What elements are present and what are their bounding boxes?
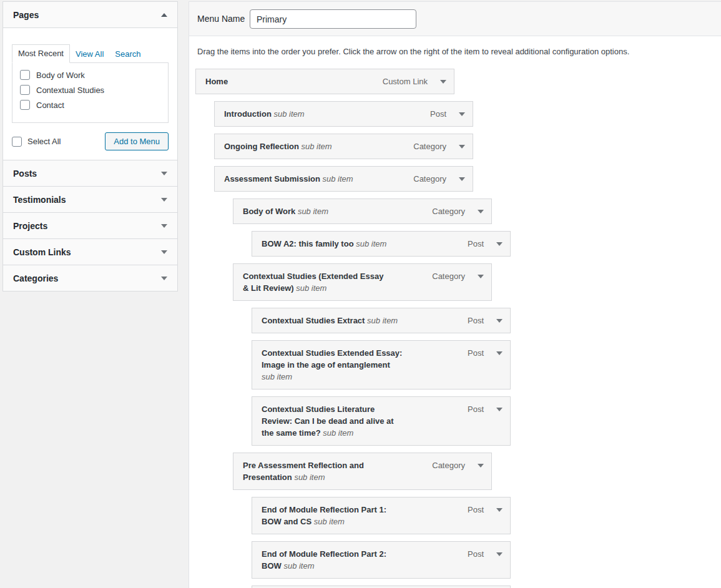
- menu-item-type: Category: [432, 272, 465, 281]
- menu-item-type: Category: [432, 461, 465, 470]
- menu-item-sub-label: sub item: [323, 174, 353, 184]
- menu-item-row[interactable]: End of Module Reflection Part 1: BOW and…: [252, 497, 511, 534]
- select-all-checkbox[interactable]: [12, 137, 22, 147]
- select-all-label: Select All: [27, 137, 61, 146]
- menu-item-row[interactable]: BOW A2: this family too sub item Post: [252, 231, 511, 257]
- menu-item-controls: Category: [413, 173, 465, 185]
- expand-item-icon[interactable]: [459, 112, 465, 116]
- menu-item-title: Assessment Submission: [224, 174, 320, 184]
- menu-item-controls: Category: [413, 140, 465, 152]
- pages-metabox-body: Most Recent View All Search Body of Work…: [3, 28, 177, 150]
- menu-item-text: Assessment Submission sub item: [224, 173, 366, 185]
- expand-item-icon[interactable]: [478, 275, 484, 278]
- expand-item-icon[interactable]: [440, 80, 446, 84]
- page-checkbox[interactable]: [20, 100, 30, 110]
- collapse-panel-icon[interactable]: [161, 13, 167, 17]
- menu-item-row[interactable]: Home Custom Link: [195, 69, 454, 94]
- menu-item-sub-label: sub item: [296, 283, 326, 293]
- menu-item-row[interactable]: End of Module Reflection Part 2: BOW sub…: [252, 541, 511, 579]
- menu-item-type: Post: [468, 404, 484, 414]
- menu-item-text: Contextual Studies Extended Essay: Image…: [262, 347, 404, 383]
- menu-item-row[interactable]: Introduction sub item Post: [214, 101, 473, 127]
- expand-item-icon[interactable]: [496, 242, 503, 246]
- chevron-down-icon[interactable]: [161, 277, 167, 280]
- metabox-accordion-testimonials[interactable]: Testimonials: [2, 186, 178, 213]
- page-checklist-item: Contextual Studies: [12, 82, 168, 97]
- chevron-down-icon[interactable]: [161, 250, 167, 254]
- menu-item-controls: Post: [468, 504, 503, 516]
- chevron-down-icon[interactable]: [161, 224, 167, 228]
- menu-item-text: Contextual Studies Literature Review: Ca…: [262, 403, 404, 439]
- menu-item-sub-label: sub item: [314, 517, 345, 526]
- menu-item-sub-label: sub item: [262, 372, 292, 381]
- metabox-title: Posts: [13, 169, 37, 179]
- menu-item-type: Post: [468, 316, 484, 325]
- metabox-title: Categories: [13, 273, 58, 283]
- menu-item-text: Introduction sub item: [224, 108, 366, 120]
- menu-item-title: End of Module Reflection Part 2: BOW: [262, 549, 386, 571]
- menu-item-text: Contextual Studies (Extended Essay & Lit…: [243, 270, 385, 294]
- pages-metabox-header[interactable]: Pages: [3, 2, 177, 28]
- menu-item-sub-label: sub item: [294, 473, 325, 482]
- menu-name-input[interactable]: [250, 9, 416, 29]
- tab-most-recent[interactable]: Most Recent: [12, 44, 70, 63]
- menu-item-row[interactable]: Body of Work sub item Category: [233, 198, 492, 224]
- metabox-title: Testimonials: [13, 195, 66, 205]
- menu-item-title: BOW A2: this family too: [262, 239, 354, 248]
- menu-item-list: Home Custom Link Introduction sub item P…: [195, 69, 721, 588]
- page-checkbox[interactable]: [20, 70, 30, 80]
- menu-item-text: End of Module Reflection Part 2: BOW sub…: [262, 548, 404, 572]
- menu-editor-panel: Menu Name Drag the items into the order …: [189, 1, 721, 588]
- menu-item-row[interactable]: Ongoing Reflection sub item Category: [214, 134, 473, 159]
- menu-item-row[interactable]: Contextual Studies (Extended Essay & Lit…: [233, 263, 492, 301]
- metabox-accordion-custom-links[interactable]: Custom Links: [2, 238, 178, 265]
- tab-search[interactable]: Search: [109, 46, 146, 63]
- menu-item-controls: Custom Link: [383, 76, 446, 87]
- page-checklist-item: Contact: [12, 97, 168, 112]
- add-to-menu-button[interactable]: Add to Menu: [105, 132, 169, 150]
- menu-item-type: Category: [413, 142, 446, 151]
- metabox-accordion-projects[interactable]: Projects: [2, 212, 178, 239]
- expand-item-icon[interactable]: [459, 145, 465, 149]
- menu-item-controls: Post: [430, 108, 465, 120]
- menu-item-type: Post: [468, 549, 484, 559]
- expand-item-icon[interactable]: [459, 177, 465, 181]
- menu-item-row[interactable]: Assessment Submission sub item Category: [214, 166, 473, 192]
- chevron-down-icon[interactable]: [161, 198, 167, 202]
- expand-item-icon[interactable]: [496, 408, 503, 411]
- menu-item-title: Contextual Studies Extended Essay: Image…: [262, 348, 402, 370]
- menu-item-type: Post: [468, 505, 484, 514]
- menu-item-type: Post: [468, 348, 484, 358]
- page-checkbox[interactable]: [20, 85, 30, 95]
- menu-item-row[interactable]: Contextual Studies Extended Essay: Image…: [252, 340, 511, 390]
- menu-item-type: Post: [430, 109, 446, 119]
- expand-item-icon[interactable]: [478, 210, 484, 213]
- menu-item-text: End of Module Reflection Part 1: BOW and…: [262, 504, 404, 527]
- page-label: Contact: [36, 100, 64, 110]
- expand-item-icon[interactable]: [496, 319, 503, 323]
- menu-item-row[interactable]: Pre Assessment Reflection and Presentati…: [233, 453, 492, 490]
- menu-item-row[interactable]: Contextual Studies Extract sub item Post: [252, 308, 511, 333]
- page-label: Contextual Studies: [36, 86, 104, 95]
- menu-item-controls: Post: [468, 347, 503, 359]
- chevron-down-icon[interactable]: [161, 172, 167, 175]
- menu-item-row[interactable]: [252, 586, 511, 588]
- expand-item-icon[interactable]: [496, 351, 503, 355]
- expand-item-icon[interactable]: [496, 508, 503, 512]
- menu-item-type: Category: [432, 207, 465, 216]
- metabox-accordion-categories[interactable]: Categories: [2, 265, 178, 292]
- metabox-accordion-posts[interactable]: Posts: [2, 160, 178, 187]
- pages-checklist: Body of Work Contextual Studies Contact: [12, 62, 169, 123]
- menu-item-controls: Category: [432, 205, 484, 217]
- expand-item-icon[interactable]: [496, 552, 503, 556]
- menu-item-controls: Post: [468, 548, 503, 560]
- menu-item-text: Pre Assessment Reflection and Presentati…: [243, 459, 385, 483]
- menu-item-controls: Post: [468, 238, 503, 250]
- pages-tabs: Most Recent View All Search: [12, 44, 169, 63]
- menu-item-text: Home: [205, 76, 348, 87]
- menu-item-row[interactable]: Contextual Studies Literature Review: Ca…: [252, 396, 511, 446]
- expand-item-icon[interactable]: [478, 464, 484, 468]
- metabox-stack: Posts Testimonials Projects Custom Links…: [2, 160, 178, 292]
- pages-controls: Select All Add to Menu: [12, 132, 169, 150]
- tab-view-all[interactable]: View All: [70, 46, 109, 63]
